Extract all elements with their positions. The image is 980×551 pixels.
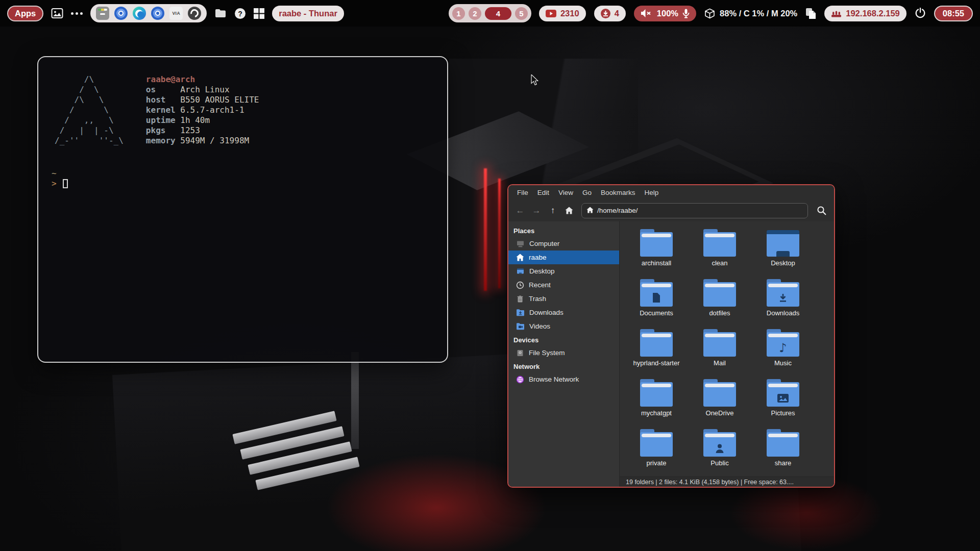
clock-time: 08:55 (943, 9, 964, 18)
up-button[interactable]: ↑ (545, 203, 560, 218)
file-item-music[interactable]: Music (751, 327, 815, 377)
app-icon-file-cabinet[interactable] (96, 7, 109, 20)
download-circle-icon (601, 9, 610, 18)
file-item-archinstall[interactable]: archinstall (625, 227, 688, 277)
app-icon-edge[interactable] (133, 7, 146, 20)
workspaces: 1 2 4 5 (449, 4, 531, 22)
workspace-1[interactable]: 1 (452, 7, 465, 20)
menu-view[interactable]: View (554, 187, 578, 198)
mouse-cursor (531, 74, 539, 86)
menu-go[interactable]: Go (578, 187, 596, 198)
taskbar-apps (90, 4, 207, 22)
home-button[interactable] (561, 203, 577, 218)
updates-widget[interactable]: 4 (594, 6, 626, 21)
window-title-label: raabe - Thunar (279, 9, 337, 18)
prompt-path: ~ (52, 168, 434, 179)
fetch-row-pkgs: pkgs1253 (146, 126, 259, 136)
window-title[interactable]: raabe - Thunar (272, 6, 344, 21)
sidebar-section-network: Network (508, 360, 619, 372)
file-item-private[interactable]: private (625, 427, 688, 477)
back-button[interactable]: ← (512, 203, 528, 218)
terminal-cursor[interactable] (63, 179, 68, 188)
clipboard-icon[interactable] (805, 8, 816, 19)
home-icon (516, 254, 524, 261)
package-icon (704, 8, 715, 19)
file-item-clean[interactable]: clean (688, 227, 751, 277)
menu-file[interactable]: File (512, 187, 533, 198)
menu-bookmarks[interactable]: Bookmarks (596, 187, 640, 198)
desktop-icon (516, 267, 525, 276)
screenshot-icon[interactable] (51, 8, 63, 19)
file-item-onedrive[interactable]: OneDrive (688, 377, 751, 427)
youtube-widget[interactable]: 2310 (539, 6, 586, 21)
menu-edit[interactable]: Edit (533, 187, 554, 198)
speaker-muted-icon (641, 9, 653, 18)
help-icon[interactable]: ? (234, 8, 246, 19)
volume-level: 100% (657, 9, 678, 18)
clock-icon (516, 281, 524, 289)
system-stats-widget[interactable]: 88% / C 1% / M 20% (704, 8, 797, 19)
fetch-row-memory: memory5949M / 31998M (146, 136, 259, 146)
file-item-mychatgpt[interactable]: mychatgpt (625, 377, 688, 427)
windows-icon[interactable] (254, 8, 264, 19)
file-item-mail[interactable]: Mail (688, 327, 751, 377)
folder-videos-icon (516, 322, 525, 330)
sidebar-item-raabe[interactable]: raabe (508, 251, 619, 264)
computer-icon (516, 240, 525, 248)
drive-icon (516, 349, 524, 357)
network-widget[interactable]: 192.168.2.159 (824, 6, 906, 21)
sidebar-section-places: Places (508, 224, 619, 237)
file-item-desktop[interactable]: Desktop (751, 227, 815, 277)
path-bar[interactable]: /home/raabe/ (581, 203, 808, 218)
folder-icon (703, 379, 736, 407)
sidebar-item-file-system[interactable]: File System (508, 346, 619, 360)
workspace-2[interactable]: 2 (469, 7, 481, 20)
fetch-row-uptime: uptime1h 40m (146, 115, 259, 126)
apps-button[interactable]: Apps (7, 6, 43, 21)
svg-text:?: ? (238, 9, 242, 17)
power-icon[interactable] (915, 8, 926, 19)
file-item-public[interactable]: Public (688, 427, 751, 477)
fetch-row-os: osArch Linux (146, 85, 259, 95)
sidebar-item-computer[interactable]: Computer (508, 237, 619, 251)
sidebar-item-trash[interactable]: Trash (508, 292, 619, 306)
sidebar-item-videos[interactable]: Videos (508, 319, 619, 333)
ip-address: 192.168.2.159 (846, 9, 900, 18)
more-icon[interactable] (71, 12, 83, 15)
folder-icon (640, 429, 673, 457)
app-icon-blue-browser[interactable] (114, 7, 128, 20)
menu-help[interactable]: Help (640, 187, 664, 198)
app-icon-obs[interactable] (188, 7, 201, 20)
path-text: /home/raabe/ (597, 207, 638, 214)
forward-button[interactable]: → (529, 203, 544, 218)
file-item-pictures[interactable]: Pictures (751, 377, 815, 427)
file-item-documents[interactable]: Documents (625, 277, 688, 327)
network-globe-icon (516, 375, 524, 384)
search-button[interactable] (813, 203, 830, 218)
folder-pictures-icon (767, 379, 799, 407)
file-item-hyprland-starter[interactable]: hyprland-starter (625, 327, 688, 377)
wallpaper-red-light (484, 168, 487, 291)
sidebar-item-browse-network[interactable]: Browse Network (508, 372, 619, 386)
folder-download-icon (516, 309, 525, 316)
top-bar: Apps ? raabe - Thunar 1 2 (0, 0, 980, 27)
sidebar-item-recent[interactable]: Recent (508, 278, 619, 292)
app-icon-blue-browser-2[interactable] (151, 7, 164, 20)
volume-widget[interactable]: 100% (634, 6, 696, 21)
folder-icon (703, 279, 736, 307)
sidebar-item-desktop[interactable]: Desktop (508, 264, 619, 278)
file-item-dotfiles[interactable]: dotfiles (688, 277, 751, 327)
clock[interactable]: 08:55 (934, 6, 973, 21)
youtube-icon (546, 10, 556, 17)
file-item-share[interactable]: share (751, 427, 815, 477)
folder-icon[interactable] (214, 8, 227, 18)
trash-icon (516, 295, 524, 303)
app-icon-via[interactable] (169, 7, 183, 20)
system-stats: 88% / C 1% / M 20% (720, 9, 797, 18)
terminal-window[interactable]: /\ / \ /\ \ / \ / ,, \ / | | -\ /_-'' ''… (37, 56, 448, 363)
file-item-downloads[interactable]: Downloads (751, 277, 815, 327)
workspace-4-active[interactable]: 4 (485, 7, 511, 20)
menu-bar: File Edit View Go Bookmarks Help (508, 185, 834, 199)
workspace-5[interactable]: 5 (515, 7, 528, 20)
sidebar-item-downloads[interactable]: Downloads (508, 306, 619, 319)
